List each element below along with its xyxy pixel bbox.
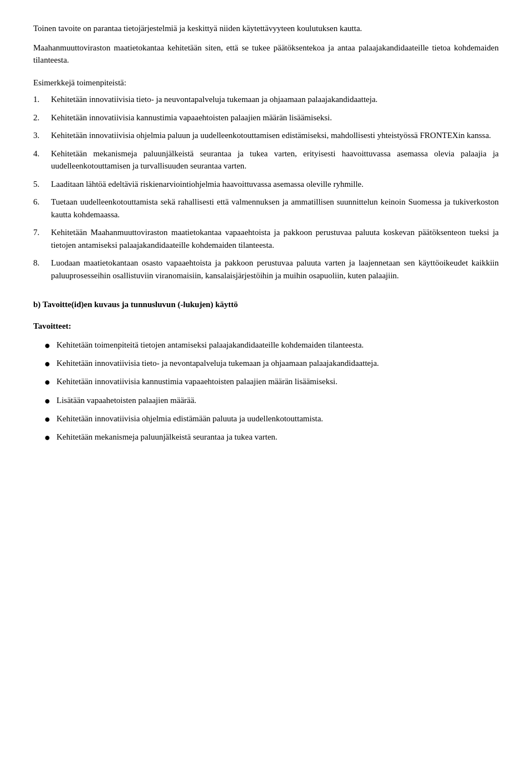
numbered-item: 6. Tuetaan uudelleenkotouttamista sekä r… — [33, 196, 499, 221]
bullet-dot: ● — [44, 375, 57, 389]
bullet-text: Kehitetään mekanismeja paluunjälkeistä s… — [57, 431, 499, 443]
item-text: Kehitetään mekanismeja paluunjälkeistä s… — [51, 147, 499, 172]
tavoitteet-label: Tavoitteet: — [33, 320, 499, 333]
bullet-list: ● Kehitetään toimenpiteitä tietojen anta… — [44, 339, 499, 445]
section-b-heading: b) Tavoitte(id)en kuvaus ja tunnusluvun … — [33, 298, 499, 311]
numbered-item: 2. Kehitetään innovatiivisia kannustimia… — [33, 111, 499, 124]
bullet-item: ● Kehitetään toimenpiteitä tietojen anta… — [44, 339, 499, 353]
item-number: 2. — [33, 111, 51, 124]
item-text: Laaditaan lähtöä edeltäviä riskienarvioi… — [51, 178, 499, 191]
examples-block: Esimerkkejä toimenpiteistä: 1. Kehitetää… — [33, 77, 499, 282]
examples-heading: Esimerkkejä toimenpiteistä: — [33, 77, 499, 89]
numbered-item: 8. Luodaan maatietokantaan osasto vapaae… — [33, 257, 499, 282]
item-number: 7. — [33, 226, 51, 251]
item-number: 6. — [33, 196, 51, 221]
item-text: Kehitetään Maahanmuuttoviraston maatieto… — [51, 226, 499, 251]
item-number: 4. — [33, 147, 51, 172]
bullet-dot: ● — [44, 339, 57, 353]
numbered-list: 1. Kehitetään innovatiivisia tieto- ja n… — [33, 93, 499, 282]
intro-para-2: Maahanmuuttoviraston maatietokantaa kehi… — [33, 42, 499, 67]
item-number: 1. — [33, 93, 51, 106]
bullet-text: Lisätään vapaahetoisten palaajien määrää… — [57, 394, 499, 407]
bullet-text: Kehitetään innovatiivisia kannustimia va… — [57, 375, 499, 388]
intro-block: Toinen tavoite on parantaa tietojärjeste… — [33, 22, 499, 67]
intro-para-1: Toinen tavoite on parantaa tietojärjeste… — [33, 22, 499, 35]
numbered-item: 7. Kehitetään Maahanmuuttoviraston maati… — [33, 226, 499, 251]
numbered-item: 3. Kehitetään innovatiivisia ohjelmia pa… — [33, 129, 499, 142]
item-text: Luodaan maatietokantaan osasto vapaaehto… — [51, 257, 499, 282]
item-number: 5. — [33, 178, 51, 191]
document-content: Toinen tavoite on parantaa tietojärjeste… — [33, 22, 499, 445]
item-text: Kehitetään innovatiivisia ohjelmia paluu… — [51, 129, 499, 142]
item-text: Kehitetään innovatiivisia kannustimia va… — [51, 111, 499, 124]
numbered-item: 1. Kehitetään innovatiivisia tieto- ja n… — [33, 93, 499, 106]
item-number: 3. — [33, 129, 51, 142]
bullet-item: ● Kehitetään innovatiivisia ohjelmia edi… — [44, 412, 499, 426]
bullet-item: ● Kehitetään innovatiivisia tieto- ja ne… — [44, 357, 499, 371]
bullet-item: ● Kehitetään mekanismeja paluunjälkeistä… — [44, 431, 499, 445]
numbered-item: 5. Laaditaan lähtöä edeltäviä riskienarv… — [33, 178, 499, 191]
bullet-text: Kehitetään toimenpiteitä tietojen antami… — [57, 339, 499, 351]
bullet-dot: ● — [44, 412, 57, 426]
bullet-item: ● Kehitetään innovatiivisia kannustimia … — [44, 375, 499, 389]
item-text: Kehitetään innovatiivisia tieto- ja neuv… — [51, 93, 499, 106]
item-number: 8. — [33, 257, 51, 282]
numbered-item: 4. Kehitetään mekanismeja paluunjälkeist… — [33, 147, 499, 172]
item-text: Tuetaan uudelleenkotouttamista sekä raha… — [51, 196, 499, 221]
section-b-block: b) Tavoitte(id)en kuvaus ja tunnusluvun … — [33, 298, 499, 445]
bullet-item: ● Lisätään vapaahetoisten palaajien määr… — [44, 394, 499, 408]
bullet-dot: ● — [44, 394, 57, 408]
bullet-dot: ● — [44, 357, 57, 371]
bullet-dot: ● — [44, 431, 57, 445]
bullet-text: Kehitetään innovatiivisia ohjelmia edist… — [57, 412, 499, 425]
bullet-text: Kehitetään innovatiivisia tieto- ja nevo… — [57, 357, 499, 370]
